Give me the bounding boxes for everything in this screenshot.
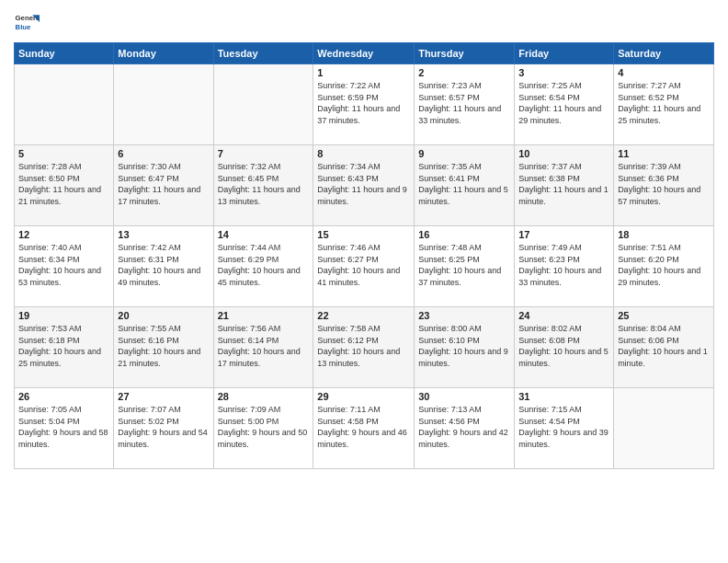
day-number: 10 [518, 148, 609, 159]
logo: General Blue [14, 9, 40, 35]
day-number: 16 [418, 229, 510, 240]
week-row-4: 19Sunrise: 7:53 AMSunset: 6:18 PMDayligh… [15, 307, 714, 388]
day-info: Sunrise: 7:48 AMSunset: 6:25 PMDaylight:… [418, 242, 510, 288]
day-cell: 21Sunrise: 7:56 AMSunset: 6:14 PMDayligh… [213, 307, 313, 388]
weekday-header-tuesday: Tuesday [213, 43, 313, 64]
day-number: 14 [218, 229, 310, 240]
weekday-header-saturday: Saturday [614, 43, 714, 64]
day-info: Sunrise: 8:00 AMSunset: 6:10 PMDaylight:… [418, 323, 510, 369]
day-cell: 25Sunrise: 8:04 AMSunset: 6:06 PMDayligh… [614, 307, 714, 388]
day-number: 26 [18, 391, 109, 402]
day-number: 30 [418, 391, 510, 402]
day-info: Sunrise: 7:11 AMSunset: 4:58 PMDaylight:… [317, 404, 410, 450]
day-cell: 22Sunrise: 7:58 AMSunset: 6:12 PMDayligh… [313, 307, 415, 388]
weekday-header-wednesday: Wednesday [313, 43, 415, 64]
day-number: 18 [618, 229, 710, 240]
day-number: 20 [118, 310, 209, 321]
day-number: 15 [317, 229, 410, 240]
day-number: 24 [518, 310, 609, 321]
day-info: Sunrise: 7:37 AMSunset: 6:38 PMDaylight:… [518, 161, 609, 207]
day-number: 25 [618, 310, 710, 321]
day-number: 29 [317, 391, 410, 402]
day-cell: 30Sunrise: 7:13 AMSunset: 4:56 PMDayligh… [415, 388, 515, 469]
day-info: Sunrise: 7:51 AMSunset: 6:20 PMDaylight:… [618, 242, 710, 288]
day-info: Sunrise: 7:28 AMSunset: 6:50 PMDaylight:… [18, 161, 109, 207]
day-info: Sunrise: 7:35 AMSunset: 6:41 PMDaylight:… [418, 161, 510, 207]
day-info: Sunrise: 7:49 AMSunset: 6:23 PMDaylight:… [518, 242, 609, 288]
week-row-3: 12Sunrise: 7:40 AMSunset: 6:34 PMDayligh… [15, 226, 714, 307]
day-cell: 11Sunrise: 7:39 AMSunset: 6:36 PMDayligh… [614, 145, 714, 226]
day-number: 28 [218, 391, 310, 402]
day-number: 31 [518, 391, 609, 402]
day-cell [614, 388, 714, 469]
page-header: General Blue [14, 9, 714, 35]
day-info: Sunrise: 7:30 AMSunset: 6:47 PMDaylight:… [118, 161, 209, 207]
day-cell: 16Sunrise: 7:48 AMSunset: 6:25 PMDayligh… [415, 226, 515, 307]
day-cell: 2Sunrise: 7:23 AMSunset: 6:57 PMDaylight… [415, 64, 515, 145]
day-info: Sunrise: 7:07 AMSunset: 5:02 PMDaylight:… [118, 404, 209, 450]
day-cell: 18Sunrise: 7:51 AMSunset: 6:20 PMDayligh… [614, 226, 714, 307]
day-info: Sunrise: 7:40 AMSunset: 6:34 PMDaylight:… [18, 242, 109, 288]
day-number: 27 [118, 391, 209, 402]
day-number: 12 [18, 229, 109, 240]
day-info: Sunrise: 7:05 AMSunset: 5:04 PMDaylight:… [18, 404, 109, 450]
day-cell: 7Sunrise: 7:32 AMSunset: 6:45 PMDaylight… [213, 145, 313, 226]
day-number: 11 [618, 148, 710, 159]
day-number: 3 [518, 67, 609, 78]
weekday-header-sunday: Sunday [15, 43, 114, 64]
day-info: Sunrise: 7:13 AMSunset: 4:56 PMDaylight:… [418, 404, 510, 450]
day-info: Sunrise: 7:46 AMSunset: 6:27 PMDaylight:… [317, 242, 410, 288]
day-number: 8 [317, 148, 410, 159]
weekday-header-friday: Friday [515, 43, 614, 64]
day-info: Sunrise: 7:39 AMSunset: 6:36 PMDaylight:… [618, 161, 710, 207]
day-cell [213, 64, 313, 145]
day-info: Sunrise: 7:34 AMSunset: 6:43 PMDaylight:… [317, 161, 410, 207]
day-info: Sunrise: 7:42 AMSunset: 6:31 PMDaylight:… [118, 242, 209, 288]
day-number: 13 [118, 229, 209, 240]
day-info: Sunrise: 7:58 AMSunset: 6:12 PMDaylight:… [317, 323, 410, 369]
week-row-1: 1Sunrise: 7:22 AMSunset: 6:59 PMDaylight… [15, 64, 714, 145]
day-cell: 31Sunrise: 7:15 AMSunset: 4:54 PMDayligh… [515, 388, 614, 469]
calendar-page: General Blue SundayMondayTuesdayWednesda… [0, 0, 728, 563]
day-cell: 28Sunrise: 7:09 AMSunset: 5:00 PMDayligh… [213, 388, 313, 469]
day-number: 5 [18, 148, 109, 159]
day-info: Sunrise: 7:27 AMSunset: 6:52 PMDaylight:… [618, 80, 710, 126]
day-info: Sunrise: 8:04 AMSunset: 6:06 PMDaylight:… [618, 323, 710, 369]
weekday-header-row: SundayMondayTuesdayWednesdayThursdayFrid… [15, 43, 714, 64]
day-cell: 29Sunrise: 7:11 AMSunset: 4:58 PMDayligh… [313, 388, 415, 469]
day-cell: 5Sunrise: 7:28 AMSunset: 6:50 PMDaylight… [15, 145, 114, 226]
week-row-5: 26Sunrise: 7:05 AMSunset: 5:04 PMDayligh… [15, 388, 714, 469]
day-number: 23 [418, 310, 510, 321]
day-number: 21 [218, 310, 310, 321]
day-number: 1 [317, 67, 410, 78]
day-info: Sunrise: 7:15 AMSunset: 4:54 PMDaylight:… [518, 404, 609, 450]
day-info: Sunrise: 7:32 AMSunset: 6:45 PMDaylight:… [218, 161, 310, 207]
day-number: 9 [418, 148, 510, 159]
logo-icon: General Blue [14, 9, 40, 35]
day-cell: 4Sunrise: 7:27 AMSunset: 6:52 PMDaylight… [614, 64, 714, 145]
day-number: 6 [118, 148, 209, 159]
day-info: Sunrise: 7:56 AMSunset: 6:14 PMDaylight:… [218, 323, 310, 369]
day-info: Sunrise: 7:23 AMSunset: 6:57 PMDaylight:… [418, 80, 510, 126]
day-number: 2 [418, 67, 510, 78]
day-cell: 23Sunrise: 8:00 AMSunset: 6:10 PMDayligh… [415, 307, 515, 388]
day-cell [15, 64, 114, 145]
day-number: 7 [218, 148, 310, 159]
day-cell: 20Sunrise: 7:55 AMSunset: 6:16 PMDayligh… [114, 307, 213, 388]
calendar-table: SundayMondayTuesdayWednesdayThursdayFrid… [14, 42, 714, 469]
day-info: Sunrise: 7:09 AMSunset: 5:00 PMDaylight:… [218, 404, 310, 450]
day-cell: 15Sunrise: 7:46 AMSunset: 6:27 PMDayligh… [313, 226, 415, 307]
day-cell: 26Sunrise: 7:05 AMSunset: 5:04 PMDayligh… [15, 388, 114, 469]
day-cell: 6Sunrise: 7:30 AMSunset: 6:47 PMDaylight… [114, 145, 213, 226]
day-cell: 12Sunrise: 7:40 AMSunset: 6:34 PMDayligh… [15, 226, 114, 307]
day-cell: 19Sunrise: 7:53 AMSunset: 6:18 PMDayligh… [15, 307, 114, 388]
day-cell: 3Sunrise: 7:25 AMSunset: 6:54 PMDaylight… [515, 64, 614, 145]
day-number: 17 [518, 229, 609, 240]
day-info: Sunrise: 7:22 AMSunset: 6:59 PMDaylight:… [317, 80, 410, 126]
day-cell [114, 64, 213, 145]
day-cell: 14Sunrise: 7:44 AMSunset: 6:29 PMDayligh… [213, 226, 313, 307]
day-cell: 27Sunrise: 7:07 AMSunset: 5:02 PMDayligh… [114, 388, 213, 469]
day-cell: 10Sunrise: 7:37 AMSunset: 6:38 PMDayligh… [515, 145, 614, 226]
day-cell: 1Sunrise: 7:22 AMSunset: 6:59 PMDaylight… [313, 64, 415, 145]
day-cell: 13Sunrise: 7:42 AMSunset: 6:31 PMDayligh… [114, 226, 213, 307]
